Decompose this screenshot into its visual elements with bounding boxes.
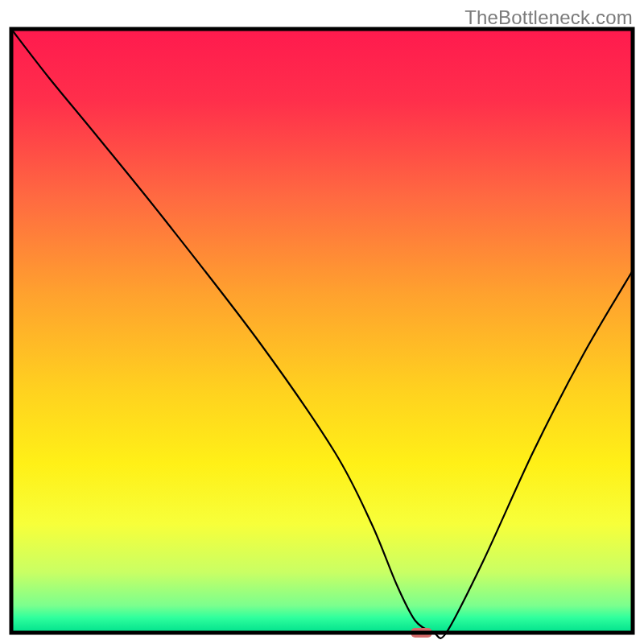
chart-container: TheBottleneck.com <box>0 0 644 644</box>
watermark-text: TheBottleneck.com <box>464 6 633 29</box>
bottleneck-chart <box>0 0 644 644</box>
plot-area <box>11 29 633 638</box>
gradient-background <box>11 29 633 633</box>
